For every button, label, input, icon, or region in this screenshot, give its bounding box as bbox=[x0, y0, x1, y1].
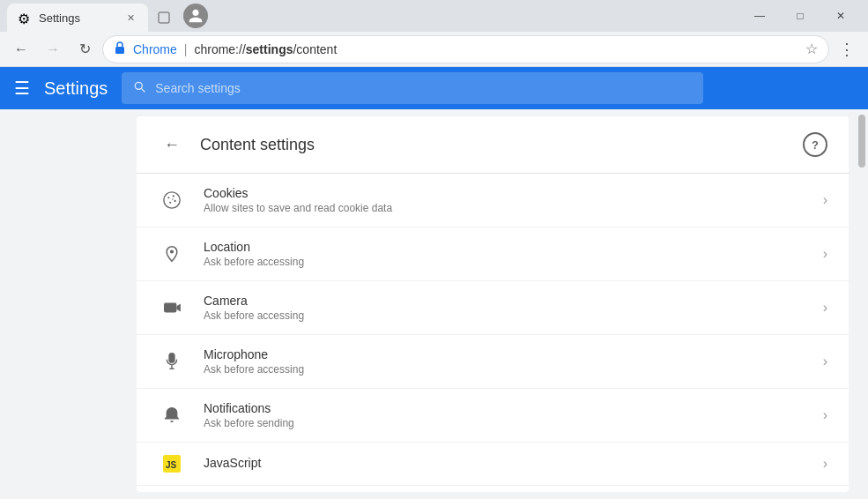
search-input[interactable] bbox=[155, 81, 693, 95]
profile-button[interactable] bbox=[183, 4, 208, 28]
location-subtitle: Ask before accessing bbox=[204, 256, 805, 268]
camera-content: Camera Ask before accessing bbox=[204, 294, 805, 322]
cookies-title: Cookies bbox=[204, 186, 805, 200]
svg-rect-0 bbox=[159, 12, 169, 23]
notifications-wrapper: → Notifications Ask before sending › bbox=[137, 389, 849, 443]
settings-item-camera[interactable]: Camera Ask before accessing › bbox=[137, 281, 849, 335]
close-button[interactable]: ✕ bbox=[820, 4, 861, 28]
content-back-button[interactable]: ← bbox=[158, 130, 186, 159]
scrollbar-thumb[interactable] bbox=[858, 115, 865, 168]
settings-item-cookies[interactable]: Cookies Allow sites to save and read coo… bbox=[137, 174, 849, 227]
title-bar: ⚙ Settings ✕ — □ ✕ bbox=[0, 0, 868, 32]
navigation-bar: ← → ↻ Chrome | chrome://settings/content… bbox=[0, 32, 868, 67]
location-title: Location bbox=[204, 240, 805, 254]
settings-item-javascript[interactable]: JS JavaScript › bbox=[137, 443, 849, 486]
content-panel: ← Content settings ? Cookies Allow sites… bbox=[137, 116, 849, 492]
main-content: ← Content settings ? Cookies Allow sites… bbox=[0, 109, 868, 499]
tab-close-button[interactable]: ✕ bbox=[123, 11, 137, 25]
svg-rect-9 bbox=[164, 303, 176, 313]
scrollbar-track[interactable] bbox=[856, 109, 868, 499]
camera-subtitle: Ask before accessing bbox=[204, 309, 805, 322]
browser-frame: ⚙ Settings ✕ — □ ✕ ← → ↻ Chrome | chrome… bbox=[0, 0, 868, 499]
notifications-title: Notifications bbox=[204, 401, 805, 415]
cookies-content: Cookies Allow sites to save and read coo… bbox=[204, 186, 805, 214]
location-content: Location Ask before accessing bbox=[204, 240, 805, 268]
settings-sidebar bbox=[0, 109, 137, 499]
search-icon bbox=[132, 79, 146, 97]
svg-rect-1 bbox=[115, 47, 124, 54]
app-title: Settings bbox=[44, 78, 108, 99]
minimize-button[interactable]: — bbox=[739, 4, 780, 28]
camera-title: Camera bbox=[204, 294, 805, 308]
svg-point-5 bbox=[174, 200, 176, 202]
cookies-arrow: › bbox=[823, 192, 827, 208]
address-separator: | bbox=[184, 42, 188, 56]
window-controls: — □ ✕ bbox=[739, 4, 861, 28]
svg-point-8 bbox=[170, 250, 174, 253]
settings-item-microphone[interactable]: Microphone Ask before accessing › bbox=[137, 335, 849, 389]
settings-list: Cookies Allow sites to save and read coo… bbox=[137, 174, 849, 492]
hamburger-menu-button[interactable]: ☰ bbox=[14, 78, 30, 99]
notifications-arrow: › bbox=[823, 407, 827, 423]
browser-menu-button[interactable]: ⋮ bbox=[833, 35, 861, 63]
svg-point-4 bbox=[173, 195, 174, 197]
address-url: chrome://settings/content bbox=[194, 42, 337, 56]
notification-bell-icon bbox=[158, 406, 186, 425]
notifications-content: Notifications Ask before sending bbox=[204, 401, 805, 429]
notifications-subtitle: Ask before sending bbox=[204, 417, 805, 429]
svg-point-2 bbox=[164, 192, 180, 208]
bookmark-star-icon[interactable]: ☆ bbox=[805, 41, 818, 57]
svg-marker-10 bbox=[176, 304, 181, 312]
svg-point-6 bbox=[169, 202, 171, 204]
cookies-subtitle: Allow sites to save and read cookie data bbox=[204, 202, 805, 214]
lock-icon bbox=[114, 41, 126, 57]
tab-favicon: ⚙ bbox=[18, 11, 32, 25]
forward-button[interactable]: → bbox=[39, 35, 67, 63]
refresh-button[interactable]: ↻ bbox=[70, 35, 99, 63]
content-header: ← Content settings ? bbox=[137, 116, 849, 174]
microphone-arrow: › bbox=[823, 354, 827, 369]
svg-point-7 bbox=[172, 198, 173, 199]
back-button[interactable]: ← bbox=[7, 35, 35, 63]
microphone-subtitle: Ask before accessing bbox=[204, 363, 805, 376]
active-tab[interactable]: ⚙ Settings ✕ bbox=[7, 4, 148, 32]
location-icon bbox=[158, 244, 186, 264]
search-box[interactable] bbox=[122, 72, 703, 104]
maximize-button[interactable]: □ bbox=[780, 4, 820, 28]
microphone-title: Microphone bbox=[204, 347, 805, 361]
help-button[interactable]: ? bbox=[803, 132, 827, 157]
javascript-arrow: › bbox=[823, 456, 827, 472]
tab-title: Settings bbox=[39, 11, 116, 25]
address-bar[interactable]: Chrome | chrome://settings/content ☆ bbox=[102, 35, 829, 63]
svg-point-3 bbox=[167, 197, 169, 198]
content-header-left: ← Content settings bbox=[158, 130, 315, 159]
cookies-icon bbox=[158, 190, 186, 210]
camera-arrow: › bbox=[823, 300, 827, 316]
javascript-content: JavaScript bbox=[204, 456, 805, 472]
microphone-content: Microphone Ask before accessing bbox=[204, 347, 805, 376]
app-bar: ☰ Settings bbox=[0, 67, 868, 109]
microphone-icon bbox=[158, 352, 186, 371]
address-site-label: Chrome bbox=[133, 42, 177, 56]
svg-text:JS: JS bbox=[166, 460, 177, 470]
javascript-title: JavaScript bbox=[204, 456, 805, 470]
settings-item-location[interactable]: Location Ask before accessing › bbox=[137, 227, 849, 281]
location-arrow: › bbox=[823, 246, 827, 262]
settings-item-notifications[interactable]: Notifications Ask before sending › bbox=[137, 389, 849, 443]
svg-rect-11 bbox=[168, 353, 174, 363]
javascript-icon: JS bbox=[158, 455, 186, 473]
new-tab-button[interactable] bbox=[152, 5, 176, 30]
camera-icon bbox=[158, 300, 186, 316]
content-title: Content settings bbox=[200, 136, 315, 154]
